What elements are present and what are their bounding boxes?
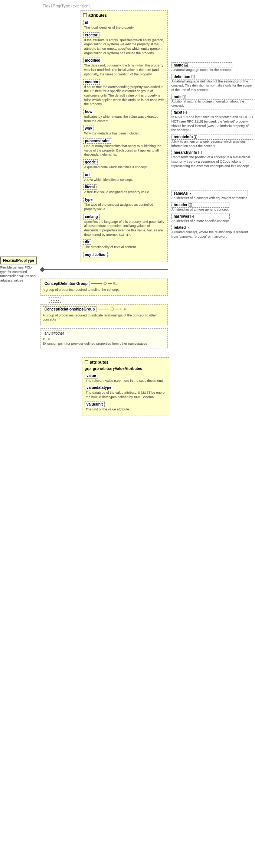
middle-connector: - - - - [40, 297, 168, 303]
right-elem-note: note + Additional natural language infor… [171, 94, 253, 108]
concept-rels-header: ConceptRelationshipsGroup 0..∞ [43, 306, 166, 312]
right-definition-desc: A natural language definition of the sem… [171, 79, 253, 92]
open-circle-2 [111, 308, 114, 311]
attr-row-type: type The type of the concept assigned as… [83, 197, 165, 211]
cardinality-rels: 0..∞ [120, 307, 126, 311]
elem-valueunit: valueunit [85, 402, 105, 407]
bottom-left-spacer [2, 354, 42, 416]
main-diagram-row: attributes id The local identifier of th… [2, 10, 253, 348]
attr-desc-literal: A free-text value assigned as property v… [84, 190, 165, 195]
bottom-section-row: attributes grp grp arbitraryValueAttribu… [2, 354, 253, 416]
right-elem-facet-box: facet + [171, 110, 253, 115]
elem-why: why [83, 126, 94, 131]
right-name-label: name [174, 63, 183, 67]
attr-row-pubconstraint: pubconstraint One or many constraints th… [83, 138, 165, 157]
attr-row-literal: literal A free-text value assigned as pr… [83, 184, 165, 195]
right-related-label: related [174, 225, 186, 230]
elem-custom: custom [83, 79, 100, 85]
right-elem-name: name + A natural language name for the c… [171, 62, 253, 72]
right-elem-narrower: narrower + An identifier of a more speci… [171, 214, 253, 224]
any-other-connector: any ##other [43, 331, 166, 336]
concept-def-group: ConceptDefinitionGroup 0..∞ A group of p… [40, 279, 168, 296]
right-elem-sameas-box: sameAs + [171, 191, 248, 196]
right-elem-note-box: note + [171, 94, 253, 100]
right-note-desc: Additional natural language information … [171, 100, 253, 108]
attr-row-qcode: qcode A qualified code which identifies … [83, 159, 165, 170]
flex-type-desc: Flexible generic PCL-type for controlled… [0, 266, 37, 283]
right-elem-definition-box: definition + [171, 74, 253, 79]
flex-type-box: FlextExtPropType [0, 257, 37, 264]
line-seg-4 [115, 309, 119, 309]
elem-id: id [83, 20, 90, 25]
attr-desc-creator: If the attribute is empty, specifies whi… [84, 38, 165, 56]
right-facet-desc: In NAR 1.8 and later, facet is deprecate… [171, 115, 253, 133]
right-note-label: note [174, 95, 182, 99]
right-elem-broader-box: broader + [171, 202, 230, 208]
flex-type-entity: FlextExtPropType Flexible generic PCL-ty… [0, 257, 37, 283]
elem-type: type [83, 197, 95, 202]
elem-value: value [85, 373, 98, 378]
open-circle-1 [104, 282, 107, 285]
attr-desc-id: The local identifier of the property. [84, 26, 165, 30]
expand-icon-remoteinfo[interactable]: + [194, 135, 197, 139]
attr-square-icon [83, 13, 87, 17]
line-seg-3 [98, 309, 109, 309]
title-suffix: (extension) [71, 4, 89, 8]
main-connector-line [40, 269, 168, 270]
arb-row-valueunit: valueunit The unit of the value attribut… [85, 402, 167, 412]
attr-desc-pubconstraint: One or many constraints that apply to pu… [84, 144, 165, 157]
any-other-desc: Extension point for provider-defined pro… [43, 342, 166, 346]
elem-valuedatatype: valuedatatype [85, 385, 113, 390]
elem-xmlang: xmlang [83, 214, 100, 220]
right-elem-remoteinfo-box: remoteInfo + [171, 134, 253, 140]
left-label-area [2, 10, 40, 18]
attr-desc-uri: A URI which identifies a concept. [84, 178, 165, 182]
attr-desc-why: Why the metadata has been included. [84, 131, 165, 136]
title-bar: Flex1PropType (extension) [43, 4, 253, 8]
attr-desc-modified: The date (and, optionally, the time) whe… [84, 64, 165, 77]
expand-icon-narrower[interactable]: + [190, 215, 194, 218]
right-sameas-label: sameAs [174, 191, 188, 195]
expand-icon-sameas[interactable]: + [189, 192, 192, 195]
attr-row-id: id The local identifier of the property. [83, 20, 165, 30]
line-seg-2 [108, 283, 112, 284]
arb-attr-square-icon [85, 360, 88, 364]
arb-desc-valueunit: The unit of the value attribute. [86, 407, 167, 412]
attr-row-dir: dir The directionality of textual conten… [83, 239, 165, 250]
right-remoteinfo-desc: A link to an item or a web resource whic… [171, 140, 253, 148]
any-other-card-text: 0...∞ [43, 337, 50, 341]
dash-box-mid: - - - - [49, 297, 62, 303]
attr-row-creator: creator If the attribute is empty, speci… [83, 32, 165, 56]
attr-desc-qcode: A qualified code which identifies a conc… [84, 165, 165, 170]
concept-rels-desc: A group of properties required to indica… [43, 313, 166, 322]
elem-anyother: any ##other [83, 252, 108, 257]
grp-name: grp arbitraryValueAttributes [93, 367, 142, 371]
attr-header-label: attributes [88, 13, 107, 17]
expand-icon-definition[interactable]: + [192, 75, 195, 78]
right-narrower-desc: An identifier of a more specific concept… [171, 219, 230, 224]
expand-icon-related[interactable]: + [187, 226, 190, 229]
concept-def-header: ConceptDefinitionGroup 0..∞ [43, 281, 166, 286]
expand-icon-name[interactable]: + [184, 64, 188, 67]
expand-icon-broader[interactable]: + [189, 203, 192, 207]
right-related-desc: A related concept, where the relationshi… [171, 230, 253, 239]
diagram-center: attributes id The local identifier of th… [40, 10, 168, 348]
attr-desc-type: The type of the concept assigned as cont… [84, 203, 165, 211]
arb-attrs-section: attributes grp grp arbitraryValueAttribu… [82, 357, 169, 416]
right-definition-label: definition [174, 75, 190, 79]
right-elem-definition: definition + A natural language definiti… [171, 74, 253, 92]
elem-qcode: qcode [83, 159, 98, 165]
right-narrower-label: narrower [174, 214, 190, 218]
line-seg-1 [91, 283, 102, 284]
right-broader-label: broader [174, 203, 187, 207]
expand-icon-facet[interactable]: + [183, 111, 187, 114]
cardinality-def: 0..∞ [113, 282, 119, 285]
elem-modified: modified [83, 58, 102, 63]
arb-row-valuedatatype: valuedatatype The datatype of the value … [85, 385, 167, 399]
concept-rels-group: ConceptRelationshipsGroup 0..∞ A group o… [40, 304, 168, 325]
expand-icon-note[interactable]: + [183, 95, 186, 98]
concept-def-label: ConceptDefinitionGroup [43, 281, 89, 286]
expand-icon-hierarchyinfo[interactable]: + [198, 151, 202, 154]
right-hierarchyinfo-label: hierarchyInfo [174, 150, 197, 155]
attr-desc-xmlang: Specifies the language of this property,… [84, 220, 165, 237]
